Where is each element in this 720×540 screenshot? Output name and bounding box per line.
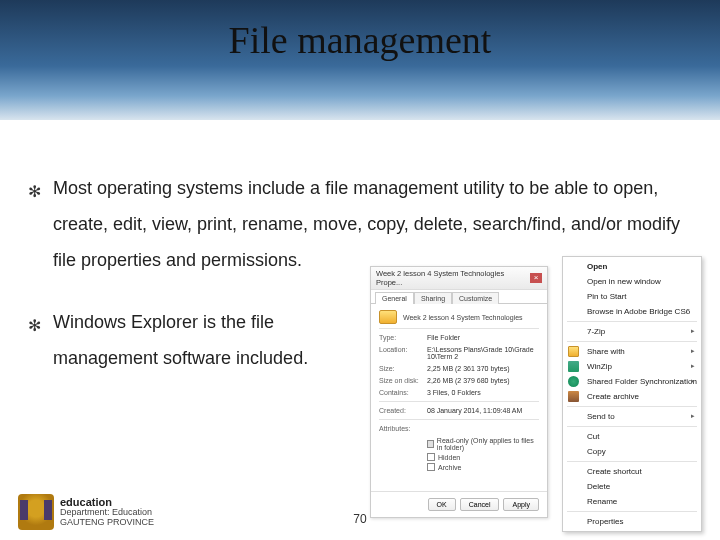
menu-create-shortcut[interactable]: Create shortcut — [563, 464, 701, 479]
bullet-mark-icon: ✻ — [28, 310, 41, 342]
contains-label: Contains: — [379, 389, 427, 396]
menu-send-to[interactable]: Send to▸ — [563, 409, 701, 424]
archive-checkbox[interactable]: Archive — [427, 463, 539, 471]
readonly-checkbox[interactable]: Read-only (Only applies to files in fold… — [427, 437, 539, 451]
contains-value: 3 Files, 0 Folders — [427, 389, 539, 396]
crest-icon — [18, 494, 54, 530]
size-disk-value: 2,26 MB (2 379 680 bytes) — [427, 377, 539, 384]
archive-icon — [568, 391, 579, 402]
slide-title: File management — [229, 18, 492, 62]
type-value: File Folder — [427, 334, 539, 341]
created-value: 08 January 2014, 11:09:48 AM — [427, 407, 539, 414]
chevron-right-icon: ▸ — [691, 347, 695, 355]
menu-cut[interactable]: Cut — [563, 429, 701, 444]
type-label: Type: — [379, 334, 427, 341]
menu-open-new-window[interactable]: Open in new window — [563, 274, 701, 289]
dialog-body: Week 2 lesson 4 System Technologies Type… — [371, 304, 547, 479]
dialog-title: Week 2 lesson 4 System Technologies Prop… — [376, 269, 530, 287]
menu-create-archive[interactable]: Create archive — [563, 389, 701, 404]
menu-copy[interactable]: Copy — [563, 444, 701, 459]
location-value: E:\Lessons Plans\Grade 10\Grade 10\Term … — [427, 346, 539, 360]
logo-text: education Department: Education GAUTENG … — [60, 496, 154, 528]
tab-customize[interactable]: Customize — [452, 292, 499, 304]
menu-properties[interactable]: Properties — [563, 514, 701, 529]
chevron-right-icon: ▸ — [691, 327, 695, 335]
created-label: Created: — [379, 407, 427, 414]
menu-winzip[interactable]: WinZip▸ — [563, 359, 701, 374]
winzip-icon — [568, 361, 579, 372]
ok-button[interactable]: OK — [428, 498, 456, 511]
bullet-mark-icon: ✻ — [28, 176, 41, 208]
menu-browse-bridge[interactable]: Browse in Adobe Bridge CS6 — [563, 304, 701, 319]
dialog-tabs: General Sharing Customize — [371, 291, 547, 304]
hidden-checkbox[interactable]: Hidden — [427, 453, 539, 461]
properties-dialog: Week 2 lesson 4 System Technologies Prop… — [370, 266, 548, 518]
size-label: Size: — [379, 365, 427, 372]
close-icon[interactable]: × — [530, 273, 542, 283]
folder-icon — [379, 310, 397, 324]
footer-logo: education Department: Education GAUTENG … — [18, 494, 154, 530]
menu-rename[interactable]: Rename — [563, 494, 701, 509]
chevron-right-icon: ▸ — [691, 412, 695, 420]
menu-sync[interactable]: Shared Folder Synchronization▸ — [563, 374, 701, 389]
page-number: 70 — [353, 512, 366, 526]
chevron-right-icon: ▸ — [691, 377, 695, 385]
folder-name: Week 2 lesson 4 System Technologies — [403, 314, 523, 321]
chevron-right-icon: ▸ — [691, 362, 695, 370]
menu-7zip[interactable]: 7-Zip▸ — [563, 324, 701, 339]
share-icon — [568, 346, 579, 357]
location-label: Location: — [379, 346, 427, 360]
menu-open[interactable]: Open — [563, 259, 701, 274]
context-menu: Open Open in new window Pin to Start Bro… — [562, 256, 702, 532]
dialog-buttons: OK Cancel Apply — [371, 491, 547, 517]
menu-share-with[interactable]: Share with▸ — [563, 344, 701, 359]
bullet-2-text: Windows Explorer is the file management … — [53, 304, 383, 376]
menu-delete[interactable]: Delete — [563, 479, 701, 494]
sync-icon — [568, 376, 579, 387]
size-value: 2,25 MB (2 361 370 bytes) — [427, 365, 539, 372]
logo-line3: GAUTENG PROVINCE — [60, 518, 154, 528]
attributes-label: Attributes: — [379, 425, 427, 432]
cancel-button[interactable]: Cancel — [460, 498, 500, 511]
apply-button[interactable]: Apply — [503, 498, 539, 511]
dialog-titlebar: Week 2 lesson 4 System Technologies Prop… — [371, 267, 547, 290]
menu-pin-start[interactable]: Pin to Start — [563, 289, 701, 304]
size-disk-label: Size on disk: — [379, 377, 427, 384]
tab-general[interactable]: General — [375, 292, 414, 304]
slide-header: File management — [0, 0, 720, 120]
tab-sharing[interactable]: Sharing — [414, 292, 452, 304]
